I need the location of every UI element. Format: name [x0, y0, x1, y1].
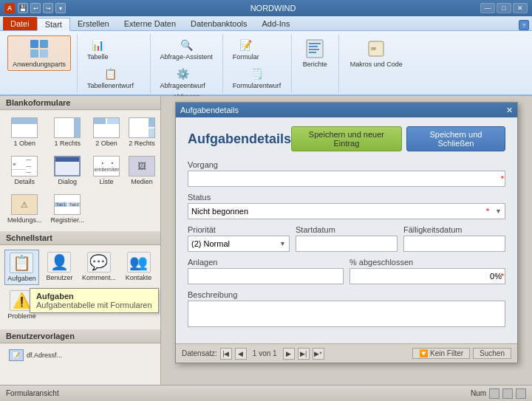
- save-qat-button[interactable]: 💾: [18, 3, 28, 13]
- probleme-label: Probleme: [7, 312, 36, 320]
- benutzervorlagen-item[interactable]: 📝 df.Adressf...: [6, 346, 154, 364]
- schnellstart-kontakte[interactable]: 👥 Kontakte: [121, 250, 156, 285]
- filter-button[interactable]: 🔽 Kein Filter: [412, 348, 470, 359]
- restore-button[interactable]: □: [497, 3, 511, 13]
- berichte-button[interactable]: Berichte: [298, 35, 332, 71]
- form-label-meldung: Meldungs...: [7, 216, 42, 224]
- abgeschlossen-input[interactable]: [349, 268, 505, 284]
- prioritaet-select[interactable]: (2) Normal ▼: [188, 236, 290, 252]
- app-title: NORDWIND: [250, 4, 296, 13]
- tooltip-popup: Aufgaben Aufgabentabelle mit Formularen: [30, 288, 159, 313]
- form-item-2rechts[interactable]: 2 Rechts: [126, 114, 158, 150]
- prioritaet-row: Priorität (2) Normal ▼ Startdatum Fällig…: [188, 225, 505, 252]
- tab-datenbanktools[interactable]: Datenbanktools: [183, 17, 254, 30]
- beschreibung-row: Beschreibung: [188, 290, 505, 329]
- abfrage-assistent-icon: 🔍: [179, 38, 194, 52]
- customize-qat-button[interactable]: ▾: [55, 3, 66, 13]
- svg-rect-6: [309, 46, 318, 47]
- form-label-2oben: 2 Oben: [95, 140, 117, 147]
- help-button[interactable]: ?: [519, 20, 529, 30]
- schnellstart-kommentar[interactable]: 💬 Komment...: [80, 250, 118, 285]
- redo-qat-button[interactable]: ↪: [43, 3, 53, 13]
- status-select[interactable]: Nicht begonnen ▼: [188, 203, 505, 219]
- form-item-registrier[interactable]: Tab1 Tab2 Registrier...: [48, 191, 88, 227]
- form-item-1oben[interactable]: 1 Oben: [4, 114, 45, 150]
- nav-prev-button[interactable]: ◀: [235, 348, 247, 360]
- tabelle-button[interactable]: 📊 Tabelle: [83, 35, 112, 63]
- ribbon-group-anwendungsparts: Anwendungsparts: [4, 34, 78, 93]
- tab-start[interactable]: Start: [37, 18, 70, 31]
- form-item-meldung[interactable]: ⚠ Meldungs...: [4, 191, 45, 227]
- minimize-button[interactable]: —: [480, 3, 495, 13]
- schnellstart-aufgaben[interactable]: 📋 Aufgaben: [4, 250, 39, 285]
- nav-last-button[interactable]: ▶|: [298, 348, 310, 360]
- abgeschlossen-wrapper: *: [349, 268, 505, 284]
- status-bar: Formularansicht Num: [0, 385, 532, 401]
- abfrageentwurf-icon: ⚙️: [175, 66, 190, 81]
- dialog-close-button[interactable]: ✕: [506, 106, 513, 115]
- form-label-1rechts: 1 Rechts: [55, 140, 81, 147]
- ribbon-group-berichte: Berichte: [295, 34, 339, 93]
- close-button[interactable]: ✕: [513, 3, 528, 13]
- status-dropdown-arrow: ▼: [495, 208, 502, 215]
- nav-next-button[interactable]: ▶: [283, 348, 295, 360]
- makros-icon: ⌨: [366, 38, 386, 59]
- form-item-liste[interactable]: • item• item• item Liste: [90, 153, 123, 188]
- search-button[interactable]: Suchen: [473, 348, 511, 359]
- benutzervorlagen-header: Benutzervorlagen: [0, 329, 160, 343]
- anwendungsparts-button[interactable]: Anwendungsparts: [7, 35, 71, 71]
- undo-qat-button[interactable]: ↩: [30, 3, 41, 13]
- ribbon-body: Anwendungsparts 📊 Tabelle 📋 Tabellenentw…: [0, 31, 532, 96]
- form-label-liste: Liste: [100, 178, 114, 185]
- form-item-medien[interactable]: 🖼 Medien: [126, 153, 158, 188]
- nav-first-button[interactable]: |◀: [220, 348, 232, 360]
- form-item-1rechts[interactable]: 1 Rechts: [48, 114, 88, 150]
- schnellstart-benutzer[interactable]: 👤 Benutzer: [42, 250, 77, 285]
- tabellenentwurf-button[interactable]: 📋 Tabellenentwurf: [83, 64, 137, 92]
- tabelle-icon: 📊: [90, 38, 105, 52]
- kontakte-label: Kontakte: [126, 274, 152, 281]
- form-icon-dialog: [54, 156, 81, 176]
- save-close-button[interactable]: Speichern und Schließen: [406, 126, 505, 151]
- title-bar: A 💾 ↩ ↪ ▾ NORDWIND — □ ✕: [0, 0, 532, 16]
- abfrageentwurf-label: Abfrageentwurf: [160, 82, 205, 89]
- startdatum-input[interactable]: [296, 236, 398, 252]
- anlagen-input[interactable]: [188, 268, 344, 284]
- svg-rect-5: [309, 43, 321, 44]
- tab-add-ins[interactable]: Add-Ins: [255, 17, 298, 30]
- nav-new-button[interactable]: ▶*: [313, 348, 324, 360]
- formularentwurf-button[interactable]: 🗒️ Formularentwurf: [229, 64, 285, 92]
- benutzervorlagen-content: 📝 df.Adressf...: [0, 343, 160, 367]
- form-item-dialog[interactable]: Dialog: [48, 153, 88, 188]
- formular-button[interactable]: 📝 Formular: [229, 35, 263, 63]
- abfrageentwurf-button[interactable]: ⚙️ Abfrageentwurf: [157, 64, 209, 92]
- status-label: Status: [188, 193, 505, 202]
- anlagen-col: Anlagen: [188, 258, 344, 284]
- makros-button[interactable]: ⌨ Makros und Code: [345, 35, 408, 71]
- faelligkeitsdatum-input[interactable]: [403, 236, 505, 252]
- form-item-details[interactable]: ≡ — — — Details: [4, 153, 45, 188]
- record-info: 1 von 1: [253, 349, 277, 357]
- vorgang-input[interactable]: [188, 171, 505, 187]
- tab-datei[interactable]: Datei: [3, 17, 37, 30]
- form-icon-medien: 🖼: [129, 156, 155, 176]
- window-controls: — □ ✕: [480, 3, 528, 13]
- ribbon-group-formulare: 📝 Formular 🗒️ Formularentwurf 📄 Leeres F…: [226, 34, 292, 93]
- benutzer-label: Benutzer: [46, 274, 72, 281]
- status-required-star: *: [486, 207, 489, 216]
- formularentwurf-label: Formularentwurf: [233, 82, 282, 89]
- vorgang-field-row: Vorgang *: [188, 160, 505, 187]
- form-icon-details: ≡ — — —: [11, 156, 38, 176]
- tab-erstellen[interactable]: Erstellen: [70, 17, 117, 30]
- dialog-title-text: Aufgabendetails: [180, 106, 239, 114]
- abgeschlossen-required-star: *: [501, 272, 504, 281]
- save-new-button[interactable]: Speichern und neuer Eintrag: [291, 126, 402, 151]
- tab-externe-daten[interactable]: Externe Daten: [117, 17, 183, 30]
- form-item-2oben[interactable]: 2 Oben: [90, 114, 123, 150]
- abfrage-assistent-button[interactable]: 🔍 Abfrage-Assistent: [157, 35, 216, 63]
- beschreibung-textarea[interactable]: [188, 301, 505, 327]
- svg-rect-0: [30, 40, 38, 48]
- kommentar-label: Komment...: [82, 274, 116, 281]
- main-area: Blankoformulare 1 Oben 1 Rechts 2 Oben: [0, 96, 532, 385]
- ribbon-group-abfragen: 🔍 Abfrage-Assistent ⚙️ Abfrageentwurf Ab…: [154, 34, 223, 93]
